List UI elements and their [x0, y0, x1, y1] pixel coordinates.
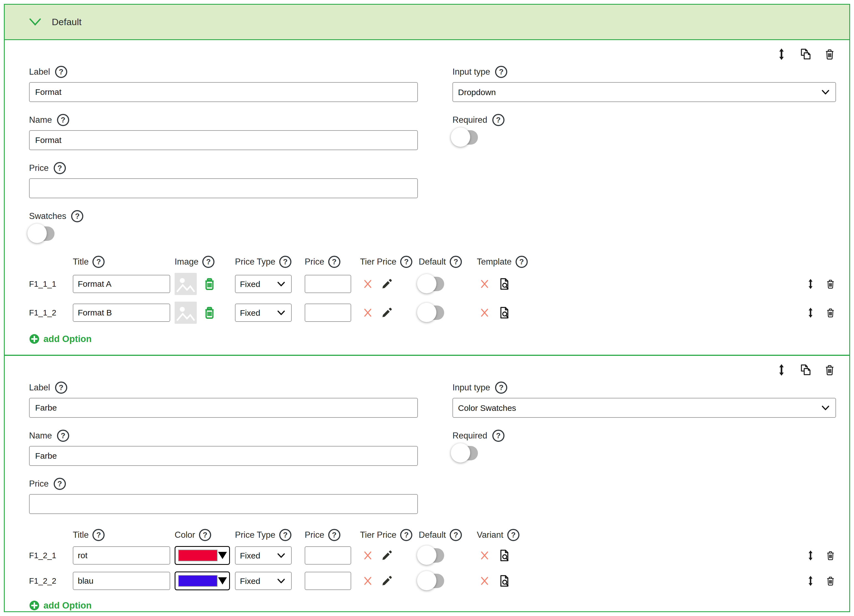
move-row-button[interactable]	[775, 48, 788, 61]
add-option-link[interactable]: add Option	[29, 600, 92, 611]
option-price-input[interactable]	[305, 572, 351, 590]
price-input[interactable]	[29, 178, 418, 198]
x-icon	[362, 278, 373, 289]
remove-image-button[interactable]	[202, 277, 217, 291]
default-toggle[interactable]	[419, 306, 444, 320]
delete-option-button[interactable]	[825, 307, 836, 318]
label-input[interactable]	[29, 398, 418, 418]
input-type-select[interactable]: Color Swatches	[453, 398, 836, 418]
col-default: Default	[419, 257, 446, 267]
help-icon[interactable]: ?	[57, 430, 69, 442]
price-type-select[interactable]: Fixed	[235, 572, 292, 590]
price-input[interactable]	[29, 494, 418, 514]
variant-select-button[interactable]	[498, 549, 511, 562]
tier-price-remove-button[interactable]	[362, 550, 373, 561]
help-icon[interactable]: ?	[495, 66, 507, 78]
help-icon[interactable]: ?	[492, 114, 505, 126]
delete-option-button[interactable]	[825, 550, 836, 561]
help-icon[interactable]: ?	[92, 256, 105, 268]
tier-price-edit-button[interactable]	[381, 278, 393, 290]
x-icon	[479, 307, 490, 318]
delete-option-button[interactable]	[825, 575, 836, 586]
name-input[interactable]	[29, 446, 418, 466]
option-title-input[interactable]	[73, 275, 170, 293]
document-search-icon	[498, 574, 511, 587]
label-input[interactable]	[29, 82, 418, 102]
delete-row-button[interactable]	[823, 48, 836, 61]
tier-price-edit-button[interactable]	[381, 575, 393, 587]
help-icon[interactable]: ?	[450, 529, 462, 541]
help-icon[interactable]: ?	[450, 256, 462, 268]
color-picker[interactable]	[175, 546, 230, 565]
option-key: F1_1_2	[29, 308, 73, 317]
swatches-toggle[interactable]	[29, 227, 55, 241]
variant-remove-button[interactable]	[479, 550, 490, 561]
default-toggle[interactable]	[419, 574, 444, 588]
help-icon[interactable]: ?	[328, 529, 340, 541]
help-icon[interactable]: ?	[328, 256, 340, 268]
required-toggle[interactable]	[453, 130, 478, 144]
help-icon[interactable]: ?	[492, 430, 505, 442]
help-icon[interactable]: ?	[279, 256, 291, 268]
help-icon[interactable]: ?	[57, 114, 69, 126]
help-icon[interactable]: ?	[507, 529, 519, 541]
help-icon[interactable]: ?	[400, 529, 412, 541]
remove-image-button[interactable]	[202, 306, 217, 320]
template-select-button[interactable]	[498, 306, 511, 319]
default-toggle[interactable]	[419, 277, 444, 291]
help-icon[interactable]: ?	[55, 382, 67, 394]
help-icon[interactable]: ?	[54, 162, 66, 174]
tier-price-edit-button[interactable]	[381, 307, 393, 318]
option-price-input[interactable]	[305, 275, 351, 293]
add-option-link[interactable]: add Option	[29, 334, 92, 344]
price-type-select[interactable]: Fixed	[235, 304, 292, 322]
accordion-header-default[interactable]: Default	[5, 5, 849, 40]
move-option-button[interactable]	[805, 575, 816, 586]
help-icon[interactable]: ?	[400, 256, 412, 268]
duplicate-row-button[interactable]	[799, 363, 812, 377]
delete-option-button[interactable]	[825, 278, 836, 289]
tier-price-remove-button[interactable]	[362, 575, 373, 586]
variant-select-button[interactable]	[498, 574, 511, 587]
help-icon[interactable]: ?	[515, 256, 528, 268]
help-icon[interactable]: ?	[279, 529, 291, 541]
required-toggle[interactable]	[453, 446, 478, 460]
input-type-select[interactable]: Dropdown	[453, 82, 836, 102]
help-icon[interactable]: ?	[202, 256, 215, 268]
option-title-input[interactable]	[73, 572, 170, 590]
move-option-button[interactable]	[805, 307, 816, 318]
help-icon[interactable]: ?	[55, 66, 67, 78]
template-select-button[interactable]	[498, 277, 511, 291]
help-icon[interactable]: ?	[71, 210, 83, 222]
tier-price-remove-button[interactable]	[362, 307, 373, 318]
help-icon[interactable]: ?	[92, 529, 105, 541]
pencil-icon	[381, 550, 393, 561]
tier-price-edit-button[interactable]	[381, 550, 393, 561]
move-option-button[interactable]	[805, 278, 816, 289]
help-icon[interactable]: ?	[54, 478, 66, 490]
delete-row-button[interactable]	[823, 364, 836, 376]
duplicate-row-button[interactable]	[799, 47, 812, 61]
help-icon[interactable]: ?	[199, 529, 211, 541]
image-placeholder[interactable]	[175, 302, 197, 324]
name-input[interactable]	[29, 130, 418, 150]
option-title-input[interactable]	[73, 304, 170, 322]
price-type-select[interactable]: Fixed	[235, 275, 292, 293]
name-field-group: Name ?	[29, 429, 418, 466]
move-option-button[interactable]	[805, 550, 816, 561]
option-title-input[interactable]	[73, 546, 170, 564]
color-picker[interactable]	[175, 572, 230, 590]
move-row-button[interactable]	[775, 364, 788, 376]
template-remove-button[interactable]	[479, 307, 490, 318]
price-type-select[interactable]: Fixed	[235, 546, 292, 564]
option-key: F1_2_1	[29, 551, 73, 560]
template-remove-button[interactable]	[479, 278, 490, 289]
option-price-input[interactable]	[305, 304, 351, 322]
col-title: Title	[73, 257, 88, 267]
default-toggle[interactable]	[419, 548, 444, 563]
option-price-input[interactable]	[305, 546, 351, 564]
image-placeholder[interactable]	[175, 273, 197, 295]
help-icon[interactable]: ?	[495, 382, 507, 394]
tier-price-remove-button[interactable]	[362, 278, 373, 289]
variant-remove-button[interactable]	[479, 575, 490, 586]
